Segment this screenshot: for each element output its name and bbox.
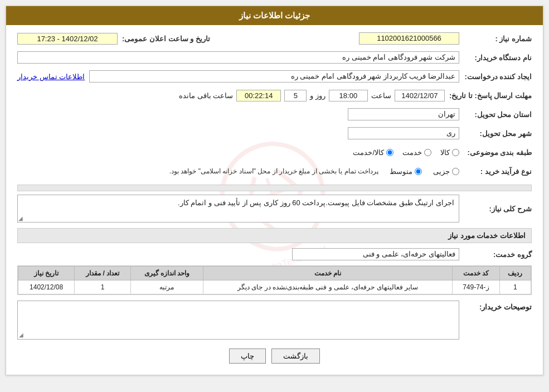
category-radio-khedmat[interactable]	[424, 149, 431, 156]
category-radio-kala-khedmat[interactable]	[386, 149, 393, 156]
purchase-radio-jozii[interactable]	[452, 168, 459, 175]
category-radio-kala[interactable]	[452, 149, 459, 156]
deadline-time-label: ساعت	[371, 91, 391, 100]
buyer-desc-label: توصیحات خریدار:	[459, 301, 532, 311]
col-date: تاریخ نیاز	[18, 267, 75, 280]
purchase-option-jozii: جزیی	[433, 167, 459, 176]
description-section-header	[17, 185, 532, 191]
col-unit: واحد اندازه گیری	[131, 267, 203, 280]
services-table: ردیف کد خدمت نام خدمت واحد اندازه گیری ت…	[18, 266, 531, 294]
col-name: نام خدمت	[203, 267, 452, 280]
purchase-type-label: نوع فرآیند خرید :	[459, 167, 532, 176]
buyer-desc-box: ◢	[17, 301, 459, 340]
deadline-label: مهلت ارسال پاسخ: تا تاریخ:	[445, 91, 532, 100]
service-group-field: فعالیتهای حرفه‌ای، علمی و فنی	[292, 248, 459, 260]
cell-unit: مرتبه	[131, 280, 203, 294]
purchase-jozii-label: جزیی	[433, 167, 450, 176]
need-number-row: شماره نیاز : 1102001621000566 تاریخ و سا…	[17, 31, 532, 46]
province-field: تهران	[348, 108, 459, 120]
announcement-field: 1402/12/02 - 17:23	[17, 33, 118, 45]
province-label: استان محل تحویل:	[459, 110, 532, 119]
deadline-date-field: 1402/12/07	[395, 90, 445, 101]
deadline-row: مهلت ارسال پاسخ: تا تاریخ: 1402/12/07 سا…	[17, 88, 532, 103]
city-label: شهر محل تحویل:	[459, 129, 532, 138]
category-kala-khedmat-label: کالا/خدمت	[353, 148, 384, 157]
category-option-khedmat: خدمت	[402, 148, 431, 157]
need-number-label: شماره نیاز :	[459, 35, 532, 43]
category-kala-label: کالا	[440, 148, 450, 157]
purchase-radio-motavasset[interactable]	[415, 168, 422, 175]
creator-field: عبدالرضا فریب کاربرداز شهر فرودگاهی امام…	[89, 70, 459, 83]
print-button[interactable]: چاپ	[229, 349, 266, 364]
deadline-days-field: 5	[284, 90, 307, 101]
cell-name: سایر فعالیتهای حرفه‌ای، علمی و فنی طبقه‌…	[203, 280, 452, 294]
cell-count: 1	[75, 280, 131, 294]
col-row: ردیف	[499, 267, 531, 280]
services-section-header: اطلاعات خدمات مورد نیاز	[17, 228, 532, 243]
requester-label: نام دستگاه خریدار:	[459, 54, 532, 62]
resize-handle-buyer: ◢	[19, 332, 23, 338]
table-row: 1 ز-74-749 سایر فعالیتهای حرفه‌ای، علمی …	[18, 280, 531, 294]
creator-row: ایجاد کننده درخواست: عبدالرضا فریب کاربر…	[17, 69, 532, 84]
buttons-row: بازگشت چاپ	[17, 349, 532, 364]
purchase-warning: پرداخت تمام یا بخشی از مبلغ خریدار از مح…	[169, 167, 378, 175]
city-field: ری	[348, 127, 459, 139]
description-label: شرح کلی نیاز:	[459, 205, 532, 213]
creator-contact-link[interactable]: اطلاعات تماس خریدار	[17, 72, 85, 81]
purchase-motavasset-label: متوسط	[390, 167, 412, 176]
deadline-days-label: روز و	[310, 91, 325, 100]
category-option-kala: کالا	[440, 148, 459, 157]
city-row: شهر محل تحویل: ری	[17, 125, 532, 141]
cell-code: ز-74-749	[453, 280, 499, 294]
deadline-remaining-label: ساعت باقی مانده	[179, 91, 233, 100]
category-radio-group: کالا خدمت کالا/خدمت	[353, 148, 459, 157]
col-count: تعداد / مقدار	[75, 267, 131, 280]
category-label: طبقه بندی موضوعی:	[459, 148, 532, 157]
need-number-field: 1102001621000566	[359, 32, 459, 45]
services-table-wrapper: ردیف کد خدمت نام خدمت واحد اندازه گیری ت…	[17, 265, 532, 295]
back-button[interactable]: بازگشت	[271, 349, 320, 364]
col-code: کد خدمت	[453, 267, 499, 280]
requester-row: نام دستگاه خریدار: شرکت شهر فرودگاهی اما…	[17, 50, 532, 65]
category-row: طبقه بندی موضوعی: کالا خدمت کالا/خدمت	[17, 144, 532, 160]
purchase-type-row: نوع فرآیند خرید : جزیی متوسط پرداخت تمام…	[17, 163, 532, 179]
buyer-desc-section: توصیحات خریدار: ◢	[17, 301, 532, 340]
cell-date: 1402/12/08	[18, 280, 75, 294]
page-title: جزئیات اطلاعات نیاز	[6, 6, 543, 25]
requester-field: شرکت شهر فرودگاهی امام خمینی ره	[17, 51, 459, 64]
purchase-option-motavasset: متوسط	[390, 167, 422, 176]
province-row: استان محل تحویل: تهران	[17, 107, 532, 122]
deadline-remaining-field: 00:22:14	[236, 90, 281, 101]
resize-handle-desc: ◢	[18, 215, 23, 221]
cell-row: 1	[499, 280, 531, 294]
category-khedmat-label: خدمت	[402, 148, 422, 157]
description-field: اجرای ارتینگ طبق مشخصات فایل پیوست.پرداخ…	[17, 195, 459, 222]
creator-label: ایجاد کننده درخواست:	[459, 72, 532, 81]
category-option-kala-khedmat: کالا/خدمت	[353, 148, 393, 157]
service-group-label: گروه خدمت:	[459, 250, 532, 259]
description-row: شرح کلی نیاز: اجرای ارتینگ طبق مشخصات فا…	[17, 195, 532, 222]
purchase-type-content: جزیی متوسط پرداخت تمام یا بخشی از مبلغ خ…	[169, 167, 459, 176]
announcement-label: تاریخ و ساعت اعلان عمومی:	[118, 35, 215, 43]
service-group-row: گروه خدمت: فعالیتهای حرفه‌ای، علمی و فنی	[17, 246, 532, 262]
deadline-time-field: 18:00	[329, 90, 368, 101]
